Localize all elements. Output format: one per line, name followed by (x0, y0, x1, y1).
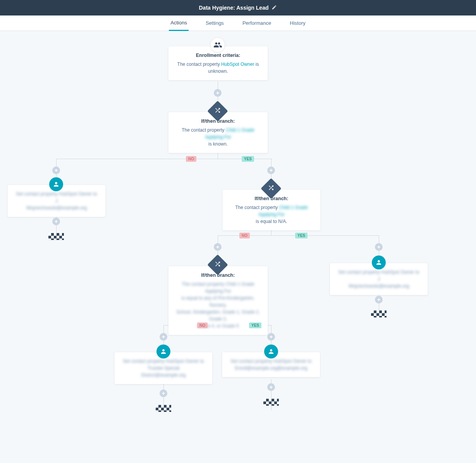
end-icon (371, 310, 387, 317)
tab-performance[interactable]: Performance (241, 16, 273, 30)
tab-bar: Actions Settings Performance History (0, 15, 476, 31)
add-action-button[interactable]: + (52, 166, 60, 174)
workflow-canvas[interactable]: Enrollment criteria: The contact propert… (0, 31, 476, 463)
yes-badge: YES (295, 233, 308, 238)
add-action-button[interactable]: + (267, 166, 275, 174)
add-action-button[interactable]: + (160, 333, 167, 341)
tab-history[interactable]: History (288, 16, 307, 30)
enrollment-title: Enrollment criteria: (175, 52, 261, 59)
no-badge: NO (239, 233, 250, 238)
enrollment-text: The contact property HubSpot Owner is un… (177, 62, 259, 74)
add-action-button[interactable]: + (214, 89, 222, 97)
end-icon (263, 399, 279, 406)
add-action-button[interactable]: + (375, 243, 383, 251)
add-action-button[interactable]: + (267, 383, 275, 391)
end-icon (48, 233, 64, 240)
page-title: Data Hygiene: Assign Lead (199, 5, 269, 11)
branch-text: The contact property Child 1 Grade Apply… (182, 127, 254, 147)
branch-text: The contact property Child 1 Grade Apply… (235, 205, 308, 224)
add-action-button[interactable]: + (267, 333, 275, 341)
set-owner-icon (156, 345, 170, 358)
property-link[interactable]: HubSpot Owner (221, 62, 254, 67)
no-badge: NO (197, 322, 208, 328)
add-action-button[interactable]: + (52, 218, 60, 225)
end-icon (156, 405, 171, 412)
action-text: Set contact property HubSpot Owner to J … (16, 191, 97, 211)
action-text: Set contact property HubSpot Owner to Tr… (123, 358, 204, 378)
branch-text: The contact property Child 1 Grade Apply… (176, 281, 259, 329)
tab-settings[interactable]: Settings (204, 16, 225, 30)
add-action-button[interactable]: + (160, 389, 167, 397)
add-action-button[interactable]: + (214, 243, 222, 251)
enrollment-icon (211, 38, 225, 52)
no-badge: NO (186, 156, 196, 162)
set-owner-icon (264, 345, 278, 358)
set-owner-icon (49, 177, 63, 191)
set-owner-icon (372, 256, 386, 269)
action-text: Set contact property HubSpot Owner to En… (230, 358, 311, 371)
action-text: Set contact property HubSpot Owner to J … (338, 269, 419, 289)
yes-badge: YES (249, 322, 261, 328)
page-header: Data Hygiene: Assign Lead (0, 0, 476, 15)
tab-actions[interactable]: Actions (169, 15, 189, 31)
yes-badge: YES (242, 156, 254, 162)
edit-title-icon[interactable] (272, 5, 277, 11)
add-action-button[interactable]: + (375, 296, 383, 304)
